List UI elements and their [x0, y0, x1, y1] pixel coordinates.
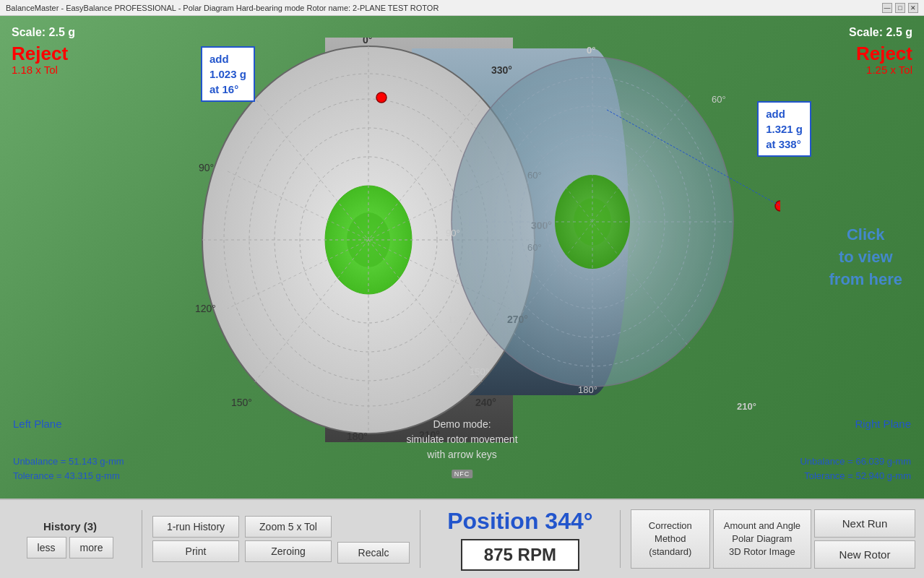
history-section: History (3) less more	[9, 520, 131, 558]
click-to-view[interactable]: Click to view from here	[829, 224, 902, 290]
minimize-button[interactable]: —	[882, 3, 892, 13]
history-buttons: less more	[27, 537, 114, 558]
tooltip-right-line2: 1.321 g	[766, 121, 803, 137]
tooltip-left-line3: at 16°	[210, 82, 246, 97]
unbalance-left-line2: Tolerance = 43.315 g-mm	[13, 469, 124, 483]
click-line3: from here	[829, 268, 902, 290]
click-line2: to view	[829, 246, 902, 269]
svg-text:120°: 120°	[448, 314, 467, 325]
tooltip-right-line1: add	[766, 106, 803, 121]
toolbar-middle: 1-run History Print	[152, 516, 239, 562]
right-plane-label: Right Plane	[855, 418, 911, 430]
svg-text:330°: 330°	[491, 64, 512, 76]
svg-text:0°: 0°	[363, 38, 372, 46]
unbalance-left: Unbalance = 51.143 g-mm Tolerance = 43.3…	[13, 454, 124, 483]
window-controls[interactable]: — □ ✕	[882, 3, 918, 13]
history-less-button[interactable]: less	[27, 537, 66, 558]
next-run-button[interactable]: Next Run	[814, 509, 915, 538]
unbalance-left-line1: Unbalance = 51.143 g-mm	[13, 454, 124, 469]
demo-line1: Demo mode:	[406, 417, 517, 432]
reject-left: Reject 1.18 x Tol	[12, 43, 68, 76]
toolbar-middle-2: Zoom 5 x Tol Zeroing	[245, 516, 332, 562]
correction-method-button[interactable]: Correction Method (standard)	[631, 509, 710, 569]
rpm-display: 875 RPM	[461, 539, 579, 571]
divider-2	[420, 510, 420, 568]
tooltip-left-line1: add	[210, 51, 246, 66]
click-line1: Click	[829, 224, 902, 246]
reject-right-title: Reject	[856, 43, 912, 64]
left-plane-label: Left Plane	[13, 418, 62, 430]
svg-text:90°: 90°	[446, 228, 460, 238]
scale-right-label: Scale: 2.5 g	[849, 26, 912, 39]
demo-mode-text: Demo mode: simulate rotor movement with …	[406, 417, 517, 462]
divider-3	[620, 510, 621, 568]
next-new-buttons: Next Run New Rotor	[814, 509, 915, 569]
main-visualization: Scale: 2.5 g Scale: 2.5 g Reject 1.18 x …	[0, 16, 924, 499]
svg-text:60°: 60°	[712, 94, 726, 105]
tooltip-left: add 1.023 g at 16°	[201, 46, 255, 102]
close-button[interactable]: ✕	[908, 3, 918, 13]
amount-angle-button[interactable]: Amount and Angle Polar Diagram 3D Rotor …	[713, 509, 811, 569]
svg-point-56	[775, 201, 780, 211]
unbalance-right: Unbalance = 66.039 g-mm Tolerance = 52.9…	[800, 454, 911, 483]
scale-left-label: Scale: 2.5 g	[12, 26, 75, 39]
zoom-button[interactable]: Zoom 5 x Tol	[245, 516, 332, 538]
tooltip-right: add 1.321 g at 338°	[757, 101, 811, 157]
svg-text:150°: 150°	[470, 366, 489, 377]
svg-text:120°: 120°	[195, 303, 216, 314]
reject-right-tol: 1.25 x Tol	[856, 64, 912, 77]
unbalance-right-line1: Unbalance = 66.039 g-mm	[800, 454, 911, 469]
svg-point-32	[376, 92, 387, 103]
svg-text:90°: 90°	[199, 162, 214, 173]
svg-text:210°: 210°	[737, 401, 756, 412]
svg-text:180°: 180°	[347, 431, 368, 442]
reject-left-tol: 1.18 x Tol	[12, 64, 68, 77]
position-display: Position 344° 875 RPM	[431, 508, 610, 571]
history-more-button[interactable]: more	[69, 537, 114, 558]
divider-1	[142, 510, 142, 568]
print-button[interactable]: Print	[152, 540, 239, 562]
tooltip-right-line3: at 338°	[766, 137, 803, 152]
tooltip-left-line2: 1.023 g	[210, 66, 246, 82]
bottom-toolbar: History (3) less more 1-run History Prin…	[0, 499, 924, 578]
nfc-badge: NFC	[452, 470, 473, 478]
svg-text:180°: 180°	[578, 384, 597, 395]
new-rotor-button[interactable]: New Rotor	[814, 540, 915, 569]
run-history-button[interactable]: 1-run History	[152, 516, 239, 538]
reject-right: Reject 1.25 x Tol	[856, 43, 912, 76]
reject-left-title: Reject	[12, 43, 68, 64]
titlebar: BalanceMaster - EasyBalance PROFESSIONAL…	[0, 0, 924, 16]
maximize-button[interactable]: □	[895, 3, 905, 13]
recalc-button[interactable]: Recalc	[337, 542, 410, 564]
unbalance-right-line2: Tolerance = 52.940 g-mm	[800, 469, 911, 483]
titlebar-title: BalanceMaster - EasyBalance PROFESSIONAL…	[6, 4, 439, 12]
history-title: History (3)	[43, 520, 97, 532]
correction-section: Correction Method (standard) Amount and …	[631, 509, 915, 569]
toolbar-middle-3: Recalc	[337, 514, 410, 564]
demo-line2: simulate rotor movement	[406, 432, 517, 447]
demo-line3: with arrow keys	[406, 447, 517, 462]
svg-text:0°: 0°	[587, 45, 595, 56]
svg-text:240°: 240°	[475, 397, 496, 408]
svg-text:150°: 150°	[231, 397, 252, 408]
position-value: Position 344°	[447, 508, 592, 535]
zeroing-button[interactable]: Zeroing	[245, 540, 332, 562]
